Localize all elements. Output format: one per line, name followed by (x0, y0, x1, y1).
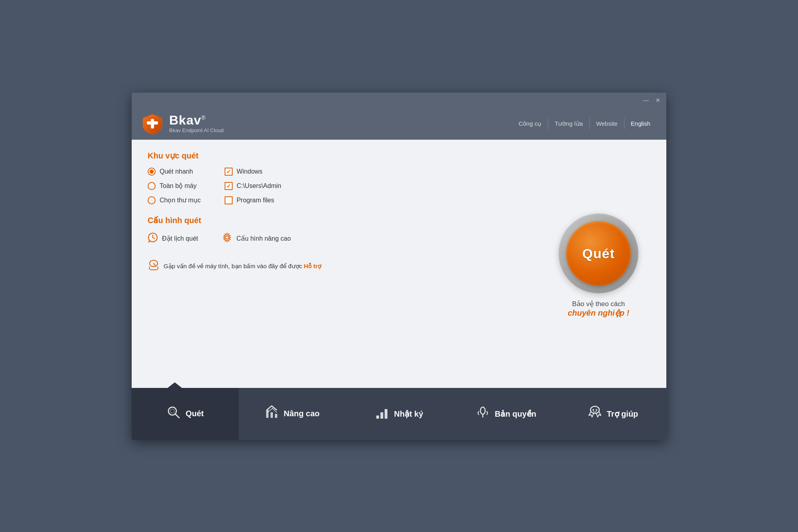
nav-nhat-ky-label: Nhật ký (394, 409, 423, 419)
svg-point-22 (591, 406, 599, 413)
main-content: Khu vực quét Quét nhanh Toàn bộ máy Chọn… (132, 140, 666, 388)
nav-tro-giup[interactable]: Trợ giúp (559, 388, 666, 440)
radio-custom[interactable]: Chọn thư mục (148, 196, 201, 204)
checkbox-program-files[interactable]: Program files (225, 196, 281, 204)
svg-point-5 (225, 236, 229, 239)
checkbox-program-files-label: Program files (237, 197, 274, 204)
checkbox-windows[interactable]: Windows (225, 168, 281, 176)
radio-quick-label: Quét nhanh (160, 168, 193, 175)
config-advanced[interactable]: Cấu hình nâng cao (222, 232, 290, 245)
minimize-button[interactable]: — (642, 97, 650, 104)
quet-icon (166, 405, 181, 423)
config-items: Đặt lịch quét Cấu hình nâng cao (148, 232, 531, 245)
header-nav: Công cụ Tường lửa Website English (512, 118, 657, 130)
nav-nang-cao[interactable]: Nâng cao (239, 388, 346, 440)
nang-cao-icon (265, 405, 279, 423)
config-title: Cấu hình quét (148, 216, 531, 225)
svg-point-20 (480, 407, 485, 414)
radio-custom-label: Chọn thư mục (160, 196, 201, 204)
config-schedule[interactable]: Đặt lịch quét (148, 232, 198, 245)
svg-point-7 (168, 407, 176, 415)
checkbox-users-admin[interactable]: C:\Users\Admin (225, 182, 281, 190)
tagline-line1: Bảo vệ theo cách (568, 300, 629, 308)
nav-nang-cao-label: Nâng cao (284, 409, 320, 418)
svg-point-9 (170, 409, 174, 413)
nav-tro-giup-label: Trợ giúp (607, 409, 638, 419)
checkbox-group: Windows C:\Users\Admin Program files (225, 168, 281, 204)
support-text: Gặp vấn đề về máy tính, bạn bấm vào đây … (164, 263, 321, 270)
close-button[interactable]: ✕ (654, 97, 662, 104)
left-panel: Khu vực quét Quét nhanh Toàn bộ máy Chọn… (148, 151, 531, 377)
tagline-line2: chuyên nghiệp ! (568, 308, 629, 318)
config-section: Cấu hình quét (148, 216, 531, 245)
svg-line-8 (176, 414, 179, 418)
svg-rect-14 (266, 410, 269, 418)
svg-rect-18 (381, 412, 383, 419)
right-panel: Quét Bảo vệ theo cách chuyên nghiệp ! (547, 151, 650, 377)
scan-button[interactable]: Quét (559, 214, 638, 293)
radio-full-label: Toàn bộ máy (160, 182, 197, 190)
svg-rect-1 (147, 121, 158, 125)
nav-quet-label: Quét (186, 409, 204, 418)
header: Bkav® Bkav Endpoint AI Cloud Công cụ Tườ… (132, 108, 666, 140)
svg-rect-15 (271, 412, 273, 418)
tagline: Bảo vệ theo cách chuyên nghiệp ! (568, 300, 629, 318)
nav-tuong-lua[interactable]: Tường lửa (548, 118, 590, 130)
svg-rect-17 (376, 415, 379, 419)
logo-shield-icon (141, 113, 164, 135)
support-icon (148, 259, 160, 273)
schedule-icon (148, 232, 158, 245)
scan-button-text: Quét (582, 246, 614, 261)
checkbox-users-admin-label: C:\Users\Admin (237, 182, 281, 190)
radio-full-circle (148, 182, 156, 190)
svg-line-4 (153, 237, 155, 239)
scan-button-inner: Quét (566, 221, 631, 286)
radio-full[interactable]: Toàn bộ máy (148, 182, 201, 190)
nav-ban-quyen[interactable]: Bản quyền (452, 388, 559, 440)
app-subtitle: Bkav Endpoint AI Cloud (169, 127, 224, 133)
checkbox-program-files-box (225, 196, 233, 204)
ban-quyen-icon (476, 405, 490, 423)
nav-cong-cu[interactable]: Công cụ (512, 118, 549, 130)
radio-custom-circle (148, 196, 156, 204)
checkbox-windows-label: Windows (237, 168, 263, 175)
svg-point-23 (593, 409, 594, 411)
scan-area-title: Khu vực quét (148, 151, 531, 160)
scan-options: Quét nhanh Toàn bộ máy Chọn thư mục (148, 168, 531, 204)
config-advanced-icon (222, 232, 232, 245)
tro-giup-icon (588, 405, 602, 423)
svg-line-11 (272, 406, 277, 410)
nhat-ky-icon (375, 405, 389, 423)
support-link[interactable]: Hỗ trợ (304, 263, 321, 269)
checkbox-windows-box (225, 168, 233, 176)
checkbox-users-admin-box (225, 182, 233, 190)
svg-rect-16 (275, 414, 277, 418)
logo-area: Bkav® Bkav Endpoint AI Cloud (141, 113, 512, 135)
svg-point-24 (596, 409, 597, 411)
nav-nhat-ky[interactable]: Nhật ký (346, 388, 452, 440)
radio-group: Quét nhanh Toàn bộ máy Chọn thư mục (148, 168, 201, 204)
config-schedule-label: Đặt lịch quét (162, 235, 198, 242)
nav-ban-quyen-label: Bản quyền (495, 409, 536, 419)
svg-rect-19 (385, 409, 387, 419)
app-name: Bkav® (169, 114, 224, 127)
radio-quick[interactable]: Quét nhanh (148, 168, 201, 176)
nav-website[interactable]: Website (590, 118, 624, 129)
support-line: Gặp vấn đề về máy tính, bạn bấm vào đây … (148, 259, 531, 273)
radio-quick-circle (148, 168, 156, 176)
app-window: — ✕ Bkav® Bkav Endpoint (132, 93, 666, 440)
logo-text: Bkav® Bkav Endpoint AI Cloud (169, 114, 224, 133)
titlebar: — ✕ (132, 93, 666, 108)
nav-english[interactable]: English (624, 118, 657, 129)
bottom-nav: Quét Nâng cao (132, 388, 666, 440)
nav-quet[interactable]: Quét (132, 388, 239, 440)
config-advanced-label: Cấu hình nâng cao (236, 235, 290, 242)
